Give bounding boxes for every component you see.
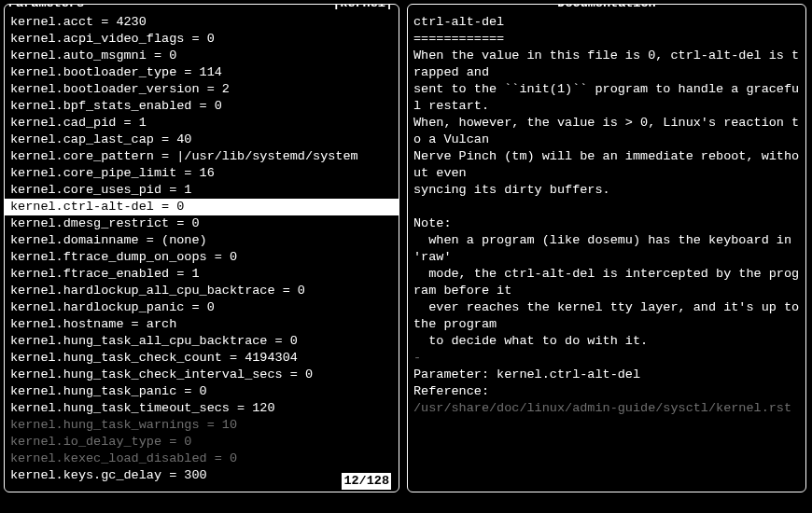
doc-line: sent to the ``init(1)`` program to handl… (413, 81, 800, 115)
doc-line (413, 199, 800, 215)
parameter-row[interactable]: kernel.hung_task_timeout_secs = 120 (10, 400, 393, 417)
doc-line: ever reaches the kernel tty layer, and i… (413, 299, 800, 333)
doc-line: mode, the ctrl-alt-del is intercepted by… (413, 266, 800, 299)
parameters-panel[interactable]: Parameters |kernel| kernel.acct = 4230ke… (4, 4, 399, 492)
row-counter: 12/128 (342, 473, 391, 490)
parameter-row[interactable]: kernel.ftrace_dump_on_oops = 0 (10, 249, 393, 266)
parameter-row[interactable]: kernel.io_delay_type = 0 (10, 434, 393, 451)
parameter-row[interactable]: kernel.hardlockup_panic = 0 (10, 299, 393, 316)
parameter-row[interactable]: kernel.ctrl-alt-del = 0 (5, 199, 399, 215)
doc-line: ============ (413, 31, 800, 48)
parameter-row[interactable]: kernel.dmesg_restrict = 0 (10, 215, 393, 232)
parameter-row[interactable]: kernel.hung_task_all_cpu_backtrace = 0 (10, 333, 393, 350)
parameter-row[interactable]: kernel.cap_last_cap = 40 (10, 132, 393, 148)
parameter-row[interactable]: kernel.core_pattern = |/usr/lib/systemd/… (10, 148, 393, 165)
panel-title-parameters: Parameters (8, 4, 84, 12)
parameter-row[interactable]: kernel.bpf_stats_enabled = 0 (10, 98, 393, 115)
parameter-row[interactable]: kernel.keys.gc_delay = 300 (10, 467, 393, 484)
doc-line: Note: (413, 215, 800, 232)
doc-line: When, however, the value is > 0, Linux's… (413, 115, 800, 148)
parameter-row[interactable]: kernel.ftrace_enabled = 1 (10, 266, 393, 283)
documentation-body: ctrl-alt-del============When the value i… (413, 14, 800, 417)
doc-line: Nerve Pinch (tm) will be an immediate re… (413, 148, 800, 182)
parameters-list[interactable]: kernel.acct = 4230kernel.acpi_video_flag… (10, 14, 393, 484)
parameter-row[interactable]: kernel.acpi_video_flags = 0 (10, 31, 393, 48)
parameter-row[interactable]: kernel.hung_task_check_interval_secs = 0 (10, 367, 393, 383)
parameter-row[interactable]: kernel.hung_task_warnings = 10 (10, 417, 393, 434)
doc-line: /usr/share/doc/linux/admin-guide/sysctl/… (413, 400, 800, 417)
doc-line: syncing its dirty buffers. (413, 182, 800, 199)
parameter-row[interactable]: kernel.hardlockup_all_cpu_backtrace = 0 (10, 283, 393, 299)
parameter-row[interactable]: kernel.cad_pid = 1 (10, 115, 393, 132)
doc-line: ctrl-alt-del (413, 14, 800, 31)
parameter-row[interactable]: kernel.bootloader_version = 2 (10, 81, 393, 98)
parameter-row[interactable]: kernel.kexec_load_disabled = 0 (10, 451, 393, 467)
doc-line: Parameter: kernel.ctrl-alt-del (413, 367, 800, 383)
parameter-row[interactable]: kernel.hung_task_panic = 0 (10, 383, 393, 400)
parameter-row[interactable]: kernel.acct = 4230 (10, 14, 393, 31)
parameter-row[interactable]: kernel.auto_msgmni = 0 (10, 48, 393, 64)
doc-line: - (413, 350, 800, 367)
parameter-row[interactable]: kernel.core_uses_pid = 1 (10, 182, 393, 199)
doc-line: Reference: (413, 383, 800, 400)
doc-line: When the value in this file is 0, ctrl-a… (413, 48, 800, 81)
doc-line: when a program (like dosemu) has the key… (413, 232, 800, 266)
parameter-row[interactable]: kernel.core_pipe_limit = 16 (10, 165, 393, 182)
parameter-row[interactable]: kernel.hung_task_check_count = 4194304 (10, 350, 393, 367)
parameter-row[interactable]: kernel.bootloader_type = 114 (10, 64, 393, 81)
panel-tag-kernel: |kernel| (332, 4, 393, 12)
panel-title-documentation: Documentation (557, 4, 655, 12)
parameter-row[interactable]: kernel.hostname = arch (10, 316, 393, 333)
doc-line: to decide what to do with it. (413, 333, 800, 350)
documentation-panel: Documentation ctrl-alt-del============Wh… (407, 4, 806, 492)
parameter-row[interactable]: kernel.domainname = (none) (10, 232, 393, 249)
